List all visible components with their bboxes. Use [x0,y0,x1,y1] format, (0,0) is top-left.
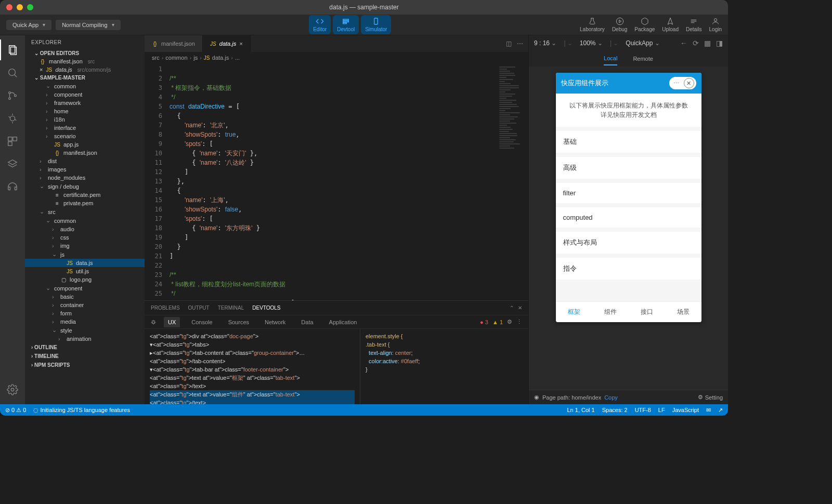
breadcrumb[interactable]: src›common›js›JS data.js›... [145,52,528,63]
sidebar-section[interactable]: › TIMELINE [25,352,145,361]
file-tree-item[interactable]: {}manifest.json [25,149,145,157]
devtools-tab-network[interactable]: Network [261,317,290,327]
file-tree-item[interactable]: media [25,317,145,326]
project-section[interactable]: SAMPLE-MASTER [25,74,145,82]
breadcrumb-item[interactable]: src [152,55,160,61]
extensions-activity-button[interactable] [0,131,25,152]
open-editors-section[interactable]: OPEN EDITORS [25,49,145,57]
qr-icon[interactable]: ▦ [704,39,711,47]
panel-tab-terminal[interactable]: TERMINAL [218,305,244,311]
code-content[interactable]: /** * 框架指令，基础数据 */ const dataDirective =… [170,63,497,300]
file-tree-item[interactable]: img [25,242,145,250]
devtool-view-button[interactable]: Devtool [333,15,359,34]
breadcrumb-item[interactable]: common [165,55,187,61]
toolbar-debug-button[interactable]: Debug [612,17,627,32]
app-list-item[interactable]: computed [556,207,701,228]
aspect-ratio-dropdown[interactable]: 9 : 16 [534,39,556,47]
editor-view-button[interactable]: Editor [309,15,331,34]
file-tree-item[interactable]: src [25,207,145,216]
file-tree-item[interactable]: JSutil.js [25,267,145,275]
file-tree-item[interactable]: js [25,250,145,259]
file-tree-item[interactable]: container [25,301,145,309]
panel-close-icon[interactable]: ✕ [518,305,522,311]
status-language-init[interactable]: ◌ Initializing JS/TS language features [33,407,130,414]
app-close-icon[interactable]: ✕ [684,78,694,88]
status-item[interactable]: Ln 1, Col 1 [567,407,595,414]
explorer-activity-button[interactable] [0,39,25,60]
open-editor-item[interactable]: {}manifest.jsonsrc [25,57,145,65]
file-tree-item[interactable]: ≡private.pem [25,199,145,207]
code-editor[interactable]: 1234567891011121314151617181920212223242… [145,63,528,300]
debug-activity-button[interactable] [0,108,25,129]
close-tab-icon[interactable]: × [239,41,242,47]
close-window-button[interactable] [6,4,12,10]
remote-tab[interactable]: Remote [633,52,653,65]
toolbar-upload-button[interactable]: Upload [662,17,679,32]
copy-path-button[interactable]: Copy [604,394,618,401]
app-list-item[interactable]: 高级 [556,157,701,179]
dom-tree[interactable]: <at">class="tg">div at">class="doc-page"… [145,329,360,404]
panel-tab-output[interactable]: OUTPUT [188,305,210,311]
editor-tab[interactable]: {}manifest.json [145,35,203,52]
sidebar-section[interactable]: › OUTLINE [25,343,145,352]
minimap[interactable] [497,63,528,300]
styles-pane[interactable]: element.style { .tab-text { text-align: … [360,329,528,404]
file-tree-item[interactable]: framework [25,99,145,107]
devtools-tab-ux[interactable]: UX [164,317,180,327]
support-activity-button[interactable] [0,177,25,197]
devtools-tab-application[interactable]: Application [325,317,361,327]
file-tree-item[interactable]: ≡certificate.pem [25,191,145,199]
status-item[interactable]: ↗ [718,407,723,414]
status-item[interactable]: ✉ [706,407,711,414]
file-tree-item[interactable]: dist [25,157,145,165]
panel-tab-devtools[interactable]: DEVTOOLS [252,305,280,311]
split-editor-icon[interactable]: ◫ [506,40,512,47]
layers-activity-button[interactable] [0,154,25,175]
file-tree-item[interactable]: form [25,309,145,317]
app-list[interactable]: 基础高级filtercomputed样式与布局指令 [556,127,701,301]
local-tab[interactable]: Local [604,52,617,65]
file-tree-item[interactable]: common [25,216,145,225]
file-tree-item[interactable]: JSapp.js [25,140,145,149]
file-tree-item[interactable]: images [25,165,145,174]
file-tree-item[interactable]: JSdata.js [25,259,145,267]
panel-tab-problems[interactable]: PROBLEMS [151,305,180,311]
sidebar-section[interactable]: › NPM SCRIPTS [25,361,145,369]
toolbar-details-button[interactable]: Details [686,17,702,32]
file-tree-item[interactable]: component [25,284,145,293]
breadcrumb-item[interactable]: ... [235,55,240,61]
app-footer-tab[interactable]: 接口 [629,302,665,322]
refresh-icon[interactable]: ⟳ [693,39,699,47]
toolbar-package-button[interactable]: Package [634,17,655,32]
scm-activity-button[interactable] [0,85,25,106]
app-list-item[interactable]: 指令 [556,258,701,280]
device-dropdown[interactable]: QuickApp [626,39,659,47]
open-editor-item[interactable]: ×JSdata.jssrc/common/js [25,65,145,74]
simulator-view-button[interactable]: Simulator [361,15,391,34]
devtools-tab-sources[interactable]: Sources [224,317,253,327]
compile-mode-dropdown[interactable]: Normal Compiling [56,20,120,30]
app-footer-tab[interactable]: 场景 [665,302,701,322]
breadcrumb-item[interactable]: js [193,55,198,61]
toolbar-laboratory-button[interactable]: Laboratory [580,17,605,32]
toolbar-login-button[interactable]: Login [709,17,722,32]
file-tree-item[interactable]: audio [25,225,145,233]
dock-icon[interactable]: ◨ [716,39,723,47]
file-tree-item[interactable]: common [25,82,145,90]
file-tree-item[interactable]: ▢logo.png [25,275,145,284]
file-tree-item[interactable]: sign / debug [25,182,145,191]
status-problems[interactable]: ⊘ 0 ⚠ 0 [5,407,26,414]
devtools-tab-console[interactable]: Console [187,317,216,327]
app-footer-tab[interactable]: 组件 [592,302,629,322]
file-tree-item[interactable]: i18n [25,115,145,124]
file-tree-item[interactable]: scenario [25,132,145,140]
more-actions-icon[interactable]: ⋯ [517,40,523,47]
file-tree-item[interactable]: interface [25,124,145,132]
devtools-settings-icon[interactable]: ⚙ [507,319,512,325]
app-footer-tab[interactable]: 框架 [556,302,592,322]
file-tree-item[interactable]: home [25,107,145,115]
panel-maximize-icon[interactable]: ⌃ [510,305,514,311]
status-item[interactable]: UTF-8 [635,407,651,414]
search-activity-button[interactable] [0,62,25,83]
app-list-item[interactable]: filter [556,183,701,203]
